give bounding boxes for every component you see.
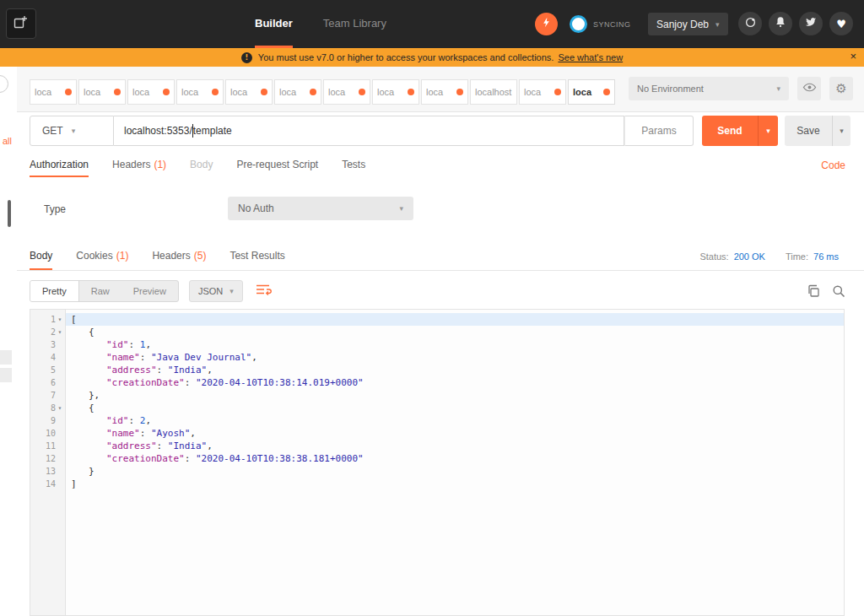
tab-pre-request-script[interactable]: Pre-request Script: [236, 154, 318, 177]
app-window: Builder Team Library SYNCING Sanjoy Deb …: [0, 0, 864, 616]
fold-toggle[interactable]: 8▾: [30, 402, 66, 414]
code-line: 9"id": 2,: [30, 414, 844, 427]
view-mode-preview[interactable]: Preview: [122, 281, 178, 301]
twitter-button[interactable]: [799, 12, 823, 35]
workspace-tab-label: loca: [84, 87, 111, 97]
settings-button[interactable]: ⚙: [829, 77, 853, 100]
line-number: 11: [30, 440, 66, 452]
workspace-tab-label: loca: [328, 87, 356, 97]
response-meta: Status: 200 OK Time: 76 ms: [699, 243, 839, 270]
open-request-tabs: localocalocalocalocalocalocalocalocaloca…: [30, 79, 615, 105]
code-link[interactable]: Code: [821, 154, 845, 177]
code-line: 12"creationDate": "2020-04-10T10:38:38.1…: [30, 452, 844, 465]
chevron-down-icon: ▾: [840, 127, 844, 135]
request-builder-row: GET ▾ localhost:5353/ template Params Se…: [30, 116, 850, 146]
workspace-tab[interactable]: loca: [78, 79, 126, 105]
code-line: 1▾[: [30, 313, 844, 326]
method-selector[interactable]: GET ▾: [30, 116, 114, 146]
notifications-button[interactable]: [769, 12, 792, 35]
environment-value: No Environment: [637, 84, 704, 94]
send-button[interactable]: Send: [702, 116, 758, 146]
browse-button[interactable]: [738, 12, 762, 35]
workspace-tab[interactable]: loca: [176, 79, 224, 105]
copy-button[interactable]: [807, 284, 820, 298]
unsaved-dot-icon: [163, 89, 170, 95]
workspace-tab[interactable]: loca: [274, 79, 321, 105]
close-icon[interactable]: ×: [850, 50, 856, 62]
code-line: 13}: [30, 465, 844, 478]
method-value: GET: [42, 125, 63, 137]
code-line: 8▾{: [30, 402, 844, 414]
tab-test-results[interactable]: Test Results: [230, 243, 284, 270]
tab-tests[interactable]: Tests: [342, 154, 365, 177]
line-number: 9: [30, 414, 66, 427]
sidebar-toggle-handle[interactable]: [0, 75, 8, 93]
auth-type-label: Type: [44, 203, 66, 215]
banner-message: You must use v7.0 or higher to access yo…: [258, 52, 554, 62]
code-line: 11"address": "India",: [30, 440, 844, 452]
fold-toggle[interactable]: 1▾: [30, 313, 66, 326]
line-number: 13: [30, 465, 66, 478]
chevron-down-icon: ▾: [716, 20, 720, 29]
tab-count-badge: (1): [154, 159, 166, 170]
format-value: JSON: [198, 286, 223, 296]
sidebar-scrollbar[interactable]: [8, 200, 11, 227]
tab-label: Body: [190, 159, 213, 170]
workspace-tab[interactable]: loca: [323, 79, 370, 105]
response-body-viewer[interactable]: 1▾[2▾{3"id": 1,4"name": "Java Dev Journa…: [30, 309, 845, 616]
workspace-tab[interactable]: loca: [225, 79, 273, 105]
workspace-tab[interactable]: loca: [372, 79, 419, 105]
workspace-tab-label: loca: [573, 87, 601, 97]
url-input[interactable]: localhost:5353/ template: [114, 116, 624, 146]
response-header: Body Cookies(1) Headers(5) Test Results …: [17, 243, 864, 271]
favorites-button[interactable]: ♥: [829, 12, 853, 35]
nav-tab-team-library[interactable]: Team Library: [323, 0, 386, 48]
tab-response-headers[interactable]: Headers(5): [152, 243, 206, 270]
tab-cookies[interactable]: Cookies(1): [76, 243, 128, 270]
workspace-tab[interactable]: loca: [127, 79, 175, 105]
workspace-tab-label: loca: [377, 87, 405, 97]
fold-toggle[interactable]: 2▾: [30, 326, 66, 338]
tab-body[interactable]: Body: [190, 154, 213, 177]
tab-authorization[interactable]: Authorization: [30, 154, 89, 177]
search-button[interactable]: [832, 284, 845, 298]
bell-icon: [775, 16, 786, 31]
tab-response-body[interactable]: Body: [30, 243, 52, 270]
header-nav: Builder Team Library: [255, 0, 386, 48]
sync-status-label: SYNCING: [593, 20, 631, 29]
save-options-button[interactable]: ▾: [832, 116, 850, 146]
workspace-tab-label: loca: [279, 87, 307, 97]
new-window-icon: [14, 14, 29, 33]
workspace-tab[interactable]: localhost:5: [470, 79, 517, 105]
flame-icon: [540, 16, 553, 32]
tab-label: Tests: [342, 159, 365, 170]
wrap-lines-button[interactable]: [255, 283, 272, 300]
chevron-down-icon: ▾: [399, 204, 403, 213]
sync-status-icon[interactable]: [570, 15, 587, 33]
tab-label: Body: [30, 250, 52, 262]
format-selector[interactable]: JSON ▾: [189, 280, 243, 302]
params-button[interactable]: Params: [624, 116, 694, 146]
view-mode-pretty[interactable]: Pretty: [30, 281, 79, 301]
chevron-down-icon: ▾: [230, 287, 234, 295]
whats-new-link[interactable]: See what's new: [558, 52, 623, 62]
user-menu[interactable]: Sanjoy Deb ▾: [648, 13, 728, 35]
workspace-tab[interactable]: loca: [421, 79, 468, 105]
workspace-tab[interactable]: loca: [30, 79, 77, 105]
tab-label: Authorization: [30, 159, 89, 170]
environment-preview-button[interactable]: [797, 77, 821, 100]
sidebar-clipped-label[interactable]: all: [3, 136, 12, 146]
orbit-icon: [744, 16, 757, 32]
save-button[interactable]: Save: [785, 116, 832, 146]
upgrade-button[interactable]: [535, 13, 558, 35]
auth-type-selector[interactable]: No Auth ▾: [228, 197, 413, 220]
send-options-button[interactable]: ▾: [758, 116, 778, 146]
nav-tab-builder[interactable]: Builder: [255, 0, 293, 48]
workspace-tab[interactable]: loca: [519, 79, 566, 105]
workspace-tab[interactable]: loca: [568, 79, 615, 105]
line-number: 6: [30, 376, 66, 389]
new-tab-button[interactable]: [6, 8, 36, 39]
view-mode-raw[interactable]: Raw: [79, 281, 122, 301]
environment-selector[interactable]: No Environment ▾: [629, 77, 789, 100]
tab-headers[interactable]: Headers(1): [112, 154, 166, 177]
